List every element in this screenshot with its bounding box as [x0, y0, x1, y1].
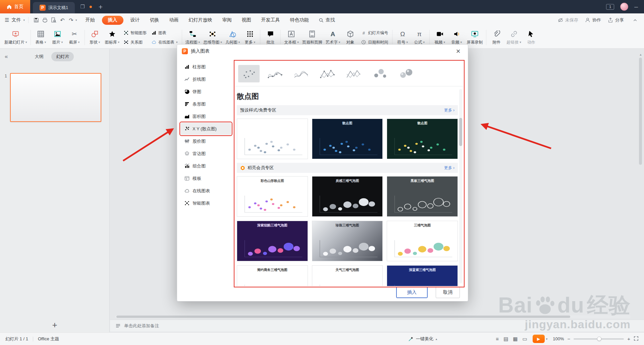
- collapse-ribbon-button[interactable]: [631, 18, 639, 22]
- print-preview-button[interactable]: [49, 16, 58, 24]
- chart-style-thumbnail[interactable]: 彩色山形散点图: [237, 176, 308, 217]
- redo-button[interactable]: ↷: [67, 16, 75, 24]
- subtype-straight-lines-markers-icon[interactable]: [317, 65, 338, 82]
- ribbon-tab-设计[interactable]: 设计: [125, 13, 145, 27]
- ribbon-tab-动画[interactable]: 动画: [164, 13, 184, 27]
- theme-name[interactable]: Office 主题: [38, 336, 59, 342]
- window-split-icon[interactable]: ❐: [80, 4, 85, 10]
- fit-slide-button[interactable]: [634, 336, 639, 342]
- category-scatter[interactable]: X Y (散点图): [180, 123, 231, 135]
- horizontal-scrollbar-thumb[interactable]: [116, 316, 570, 318]
- ribbon-tab-视图[interactable]: 视图: [237, 13, 256, 27]
- slideshow-play-button[interactable]: ▶: [533, 335, 545, 343]
- zoom-level[interactable]: 100%: [553, 336, 564, 341]
- category-online[interactable]: 在线图表: [180, 185, 231, 197]
- ribbon-tab-开发工具[interactable]: 开发工具: [256, 13, 285, 27]
- insert-button[interactable]: 插入: [396, 287, 428, 298]
- one-click-beautify-button[interactable]: 一键美化 ▴: [408, 336, 437, 342]
- relation-chart-button[interactable]: 关系图: [122, 38, 148, 47]
- print-button[interactable]: [41, 16, 49, 24]
- ribbon-tab-幻灯片放映[interactable]: 幻灯片放映: [184, 13, 217, 27]
- chart-style-thumbnail[interactable]: 深蓝紫三维气泡图: [387, 265, 458, 286]
- chart-style-thumbnail[interactable]: 散点图: [312, 119, 383, 159]
- chart-style-thumbnail[interactable]: [237, 119, 308, 159]
- free-section-more-link[interactable]: 更多›: [444, 108, 454, 113]
- screenshot-button[interactable]: ✂ 截屏▾: [66, 28, 83, 47]
- ribbon-tab-切换[interactable]: 切换: [145, 13, 164, 27]
- smartart-button[interactable]: 智能图形: [122, 29, 148, 37]
- chart-button[interactable]: 图表: [150, 29, 179, 37]
- file-menu[interactable]: ☰ 文件 ▾: [5, 17, 25, 23]
- home-tab[interactable]: 首页: [0, 0, 30, 13]
- picture-button[interactable]: 图片▾: [49, 28, 66, 47]
- new-slide-button[interactable]: 新建幻灯片▾: [3, 28, 29, 47]
- quickbar-more-caret-icon[interactable]: ▾: [75, 18, 77, 22]
- subtype-smooth-lines-icon[interactable]: [290, 65, 312, 82]
- zoom-slider-knob[interactable]: [597, 337, 601, 341]
- attachment-button[interactable]: 附件: [488, 28, 505, 47]
- category-combo[interactable]: 组合图: [180, 160, 231, 172]
- category-area[interactable]: 面积图: [180, 110, 231, 123]
- ribbon-tab-特色功能[interactable]: 特色功能: [285, 13, 314, 27]
- category-stock[interactable]: 股价图: [180, 135, 231, 147]
- category-radar[interactable]: 雷达图: [180, 147, 231, 160]
- slide-number-button[interactable]: # 幻灯片编号: [360, 29, 389, 37]
- zoom-out-button[interactable]: −: [567, 336, 570, 342]
- user-avatar[interactable]: [620, 3, 628, 11]
- display-options-icon[interactable]: ≡: [496, 336, 499, 342]
- notes-bar[interactable]: 单击此处添加备注: [110, 320, 644, 332]
- subtype-bubble-icon[interactable]: [369, 65, 390, 82]
- undo-button[interactable]: ↶: [58, 16, 67, 24]
- save-button[interactable]: [32, 16, 41, 24]
- zoom-slider[interactable]: [574, 338, 624, 340]
- slide-sorter-view-icon[interactable]: ▦: [513, 336, 518, 342]
- hyperlink-button[interactable]: 超链接▾: [505, 28, 523, 47]
- chart-style-thumbnail[interactable]: 黑板三维气泡图: [387, 176, 458, 217]
- ribbon-tab-插入[interactable]: 插入: [102, 16, 123, 25]
- chart-style-thumbnail[interactable]: 散点图: [387, 119, 458, 159]
- collaborate-button[interactable]: 协作: [585, 17, 601, 23]
- vertical-scrollbar-thumb[interactable]: [639, 58, 642, 165]
- find-box[interactable]: 查找: [319, 17, 335, 23]
- icon-library-button[interactable]: 图标库▾: [103, 28, 121, 47]
- member-section-more-link[interactable]: 更多›: [444, 165, 454, 171]
- slide-thumbnail[interactable]: [10, 73, 101, 122]
- category-line[interactable]: 折线图: [180, 73, 231, 85]
- window-count-badge[interactable]: 1: [606, 4, 614, 10]
- add-slide-button[interactable]: +: [0, 320, 109, 330]
- category-template[interactable]: 模板: [180, 172, 231, 185]
- zoom-in-button[interactable]: +: [627, 336, 630, 342]
- online-chart-button[interactable]: 在线图表▾: [150, 38, 179, 47]
- reading-view-icon[interactable]: ▭: [523, 336, 527, 342]
- table-button[interactable]: 表格▾: [33, 28, 49, 47]
- dialog-close-icon[interactable]: ✕: [453, 48, 463, 55]
- category-hbar[interactable]: 条形图: [180, 98, 231, 110]
- scroll-up-icon[interactable]: ▲: [639, 53, 642, 56]
- chart-style-thumbnail[interactable]: 天气三维气泡图: [312, 265, 383, 286]
- document-tab[interactable]: P 演示文稿1: [33, 2, 75, 13]
- new-document-tab-button[interactable]: +: [99, 3, 103, 10]
- category-pie[interactable]: 饼图: [180, 85, 231, 98]
- chart-style-thumbnail[interactable]: 简约商务三维气泡图: [237, 265, 308, 286]
- minimize-button[interactable]: ─: [634, 4, 638, 10]
- category-smart[interactable]: 智能图表: [180, 197, 231, 209]
- subtype-straight-lines-icon[interactable]: [343, 65, 364, 82]
- chart-style-thumbnail[interactable]: 珍珠三维气泡图: [312, 221, 383, 261]
- normal-view-icon[interactable]: ▤: [503, 336, 508, 342]
- ribbon-tab-开始[interactable]: 开始: [80, 13, 100, 27]
- tab-slides[interactable]: 幻灯片: [51, 52, 74, 61]
- tab-outline[interactable]: 大纲: [30, 52, 48, 61]
- share-button[interactable]: 分享: [608, 17, 624, 23]
- dialog-titlebar[interactable]: P 插入图表 ✕: [177, 45, 468, 58]
- play-options-caret-icon[interactable]: ▾: [546, 337, 548, 341]
- ribbon-tab-审阅[interactable]: 审阅: [217, 13, 237, 27]
- chart-style-thumbnail[interactable]: 深紫炫酷三维气泡图: [237, 221, 308, 261]
- vertical-scrollbar[interactable]: ▲: [639, 53, 642, 312]
- dialog-scrollbar[interactable]: [459, 89, 462, 283]
- subtype-3d-bubble-icon[interactable]: [395, 65, 417, 82]
- subtype-scatter-icon[interactable]: [238, 65, 260, 82]
- shapes-button[interactable]: 形状▾: [87, 28, 103, 47]
- chart-style-thumbnail[interactable]: 质感三维气泡图: [312, 176, 383, 217]
- category-bar[interactable]: 柱形图: [180, 61, 231, 73]
- dialog-scrollbar-thumb[interactable]: [459, 118, 462, 146]
